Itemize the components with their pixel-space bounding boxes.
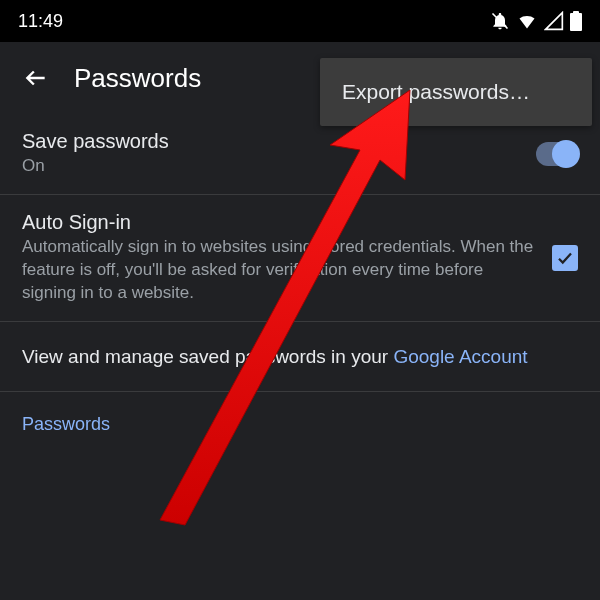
- save-passwords-status: On: [22, 155, 536, 178]
- save-passwords-row[interactable]: Save passwords On: [0, 114, 600, 195]
- page-title: Passwords: [74, 63, 201, 94]
- save-passwords-title: Save passwords: [22, 130, 536, 153]
- notifications-off-icon: [490, 11, 510, 31]
- auto-signin-description: Automatically sign in to websites using …: [22, 236, 538, 305]
- export-passwords-menu-item[interactable]: Export passwords…: [320, 58, 592, 126]
- cell-signal-icon: [544, 11, 564, 31]
- google-account-link[interactable]: Google Account: [393, 346, 527, 367]
- manage-passwords-text: View and manage saved passwords in your: [22, 346, 393, 367]
- manage-passwords-row[interactable]: View and manage saved passwords in your …: [0, 322, 600, 393]
- check-icon: [556, 249, 574, 267]
- arrow-back-icon: [23, 65, 49, 91]
- status-time: 11:49: [18, 11, 63, 32]
- battery-icon: [570, 11, 582, 31]
- auto-signin-checkbox[interactable]: [552, 245, 578, 271]
- status-icons: [490, 11, 582, 31]
- app-bar: Passwords Export passwords…: [0, 42, 600, 114]
- auto-signin-row[interactable]: Auto Sign-in Automatically sign in to we…: [0, 195, 600, 322]
- status-bar: 11:49: [0, 0, 600, 42]
- back-button[interactable]: [14, 56, 58, 100]
- save-passwords-toggle[interactable]: [536, 142, 578, 166]
- auto-signin-title: Auto Sign-in: [22, 211, 538, 234]
- export-passwords-label: Export passwords…: [342, 80, 530, 104]
- svg-rect-2: [573, 11, 579, 14]
- svg-rect-1: [570, 13, 582, 31]
- passwords-section-label: Passwords: [0, 392, 600, 445]
- wifi-icon: [516, 11, 538, 31]
